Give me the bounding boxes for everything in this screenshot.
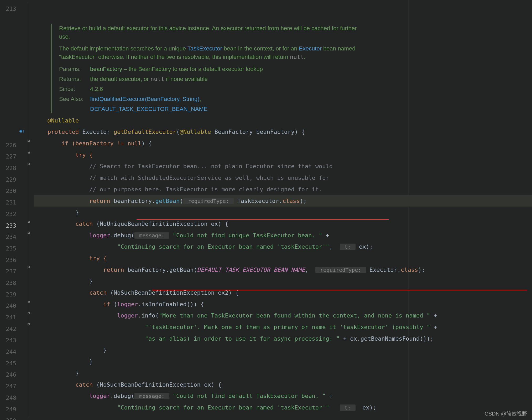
- gutter-icons: ◉↓: [19, 0, 26, 420]
- doc-seealso: See Also:findQualifiedExecutor(BeanFacto…: [59, 95, 366, 103]
- parameter-hint: message:: [134, 393, 169, 399]
- code-line[interactable]: try {: [34, 149, 532, 161]
- fold-handle-icon[interactable]: ⊟: [28, 323, 30, 326]
- code-line[interactable]: }: [34, 367, 532, 379]
- code-editor[interactable]: 213 226 227 228 229 230 231 232 233 234 …: [0, 0, 532, 420]
- doc-params: Params:beanFactory – the BeanFactory to …: [59, 65, 366, 73]
- code-line[interactable]: if (beanFactory != null) {: [34, 138, 532, 149]
- code-line[interactable]: // our purposes here. TaskExecutor is mo…: [34, 184, 532, 195]
- code-line[interactable]: "as an alias) in order to use it for asy…: [34, 333, 532, 345]
- code-line[interactable]: if (logger.isInfoEnabled()) {: [34, 299, 532, 310]
- fold-handle-icon[interactable]: ⊟: [28, 300, 30, 303]
- doc-link[interactable]: DEFAULT_TASK_EXECUTOR_BEAN_NAME: [90, 106, 207, 112]
- code-line[interactable]: }: [34, 275, 532, 287]
- doc-link[interactable]: Executor: [299, 45, 322, 52]
- doc-description: Retrieve or build a default executor for…: [59, 24, 366, 41]
- fold-handle-icon[interactable]: ⊟: [28, 265, 30, 268]
- line-number: 233: [0, 220, 19, 232]
- line-number: 249: [0, 404, 19, 415]
- parameter-hint: t:: [340, 404, 356, 411]
- doc-link[interactable]: TaskExecutor: [187, 45, 222, 52]
- code-line[interactable]: logger.debug( message: "Could not find d…: [34, 390, 532, 402]
- code-line[interactable]: logger.debug( message: "Could not find u…: [34, 230, 532, 241]
- red-underline-highlight: [152, 290, 527, 290]
- parameter-hint: t:: [340, 244, 356, 250]
- fold-handle-icon[interactable]: ⊟: [28, 139, 30, 142]
- code-line[interactable]: protected Executor getDefaultExecutor(@N…: [34, 126, 532, 138]
- code-line[interactable]: // Search for TaskExecutor bean... not p…: [34, 161, 532, 172]
- override-method-icon[interactable]: ◉↓: [19, 128, 25, 134]
- fold-handle-icon[interactable]: ⊟: [28, 151, 30, 154]
- code-line[interactable]: "Continuing search for an Executor bean …: [34, 241, 532, 253]
- code-line[interactable]: }: [34, 207, 532, 218]
- line-number: 232: [0, 208, 19, 220]
- watermark-text: CSDN @简放视野: [484, 410, 527, 417]
- fold-gutter[interactable]: ⊟ ⊟ ⊟ ⊟ ⊟ ⊟ ⊟ ⊟ ⊟: [26, 0, 34, 420]
- parameter-hint: message:: [134, 232, 169, 239]
- line-number: 242: [0, 323, 19, 335]
- parameter-hint: requiredType:: [315, 267, 366, 273]
- line-number: 248: [0, 392, 19, 404]
- code-line[interactable]: return beanFactory.getBean( requiredType…: [34, 195, 532, 207]
- line-number: 238: [0, 277, 19, 289]
- line-number: 245: [0, 358, 19, 369]
- fold-handle-icon[interactable]: ⊟: [28, 312, 30, 315]
- code-content[interactable]: Retrieve or build a default executor for…: [34, 0, 532, 420]
- red-underline-highlight: [137, 219, 389, 220]
- line-number: 230: [0, 185, 19, 197]
- line-number: 235: [0, 243, 19, 254]
- doc-description: The default implementation searches for …: [59, 44, 366, 61]
- code-line[interactable]: "'taskExecutor'. Mark one of them as pri…: [34, 321, 532, 333]
- line-number: 244: [0, 346, 19, 358]
- code-line[interactable]: try {: [34, 253, 532, 264]
- fold-handle-icon[interactable]: ⊟: [28, 220, 30, 223]
- line-number: 240: [0, 300, 19, 312]
- line-number: 236: [0, 254, 19, 266]
- line-number: 239: [0, 289, 19, 300]
- doc-returns: Returns:the default executor, or null if…: [59, 75, 366, 83]
- line-number: 228: [0, 162, 19, 174]
- code-line[interactable]: "Continuing search for an Executor bean …: [34, 402, 532, 413]
- code-line[interactable]: }: [34, 344, 532, 356]
- code-line[interactable]: catch (NoUniqueBeanDefinitionException e…: [34, 218, 532, 230]
- parameter-hint: requiredType:: [183, 198, 234, 204]
- line-number: 226: [0, 140, 19, 151]
- line-number: 241: [0, 312, 19, 323]
- line-number: 247: [0, 381, 19, 392]
- line-number: 250: [0, 415, 19, 420]
- line-number: 246: [0, 369, 19, 381]
- code-line[interactable]: // match with ScheduledExecutorService a…: [34, 172, 532, 184]
- javadoc-popup: Retrieve or build a default executor for…: [51, 24, 374, 113]
- line-number: 231: [0, 197, 19, 208]
- line-number-gutter: 213 226 227 228 229 230 231 232 233 234 …: [0, 0, 19, 420]
- line-number: 229: [0, 174, 19, 186]
- line-number: 243: [0, 335, 19, 346]
- doc-since: Since:4.2.6: [59, 85, 366, 93]
- line-number: 237: [0, 266, 19, 277]
- code-line[interactable]: logger.info("More than one TaskExecutor …: [34, 310, 532, 321]
- line-number: 213: [0, 3, 19, 15]
- fold-handle-icon[interactable]: ⊟: [28, 231, 30, 234]
- line-number: 227: [0, 151, 19, 162]
- line-number: 234: [0, 231, 19, 243]
- code-line[interactable]: catch (NoSuchBeanDefinitionException ex)…: [34, 379, 532, 391]
- code-line[interactable]: return beanFactory.getBean(DEFAULT_TASK_…: [34, 264, 532, 276]
- fold-handle-icon[interactable]: ⊟: [28, 162, 30, 165]
- code-line[interactable]: @Nullable: [34, 115, 532, 126]
- code-line[interactable]: catch (NoSuchBeanDefinitionException ex2…: [34, 287, 532, 299]
- doc-link[interactable]: findQualifiedExecutor(BeanFactory, Strin…: [90, 96, 200, 102]
- code-line[interactable]: }: [34, 356, 532, 367]
- doc-seealso: DEFAULT_TASK_EXECUTOR_BEAN_NAME: [59, 105, 366, 113]
